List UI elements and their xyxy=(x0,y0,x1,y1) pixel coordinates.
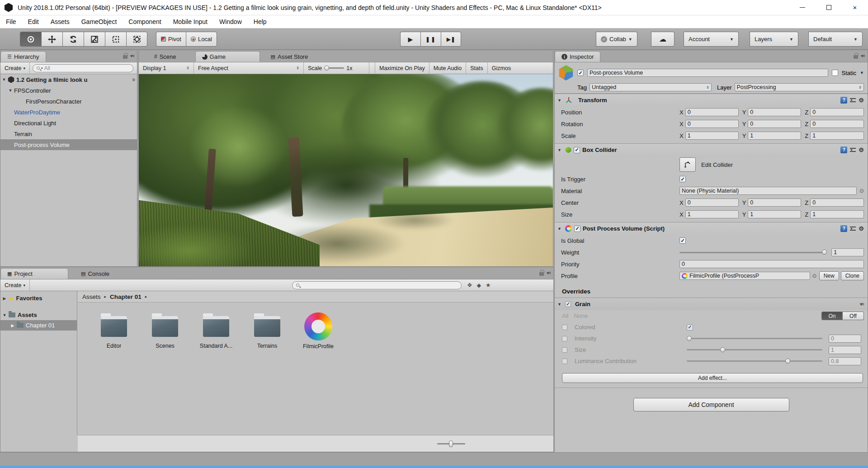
gear-icon[interactable]: ⚙ xyxy=(859,147,864,153)
size-z-field[interactable]: 1 xyxy=(810,210,864,218)
foldout-icon[interactable]: ▼ xyxy=(557,302,563,307)
layer-dropdown[interactable]: PostProcessing⇕ xyxy=(735,83,864,91)
tab-inspector[interactable]: i Inspector xyxy=(555,51,600,62)
tab-console[interactable]: ▤Console xyxy=(75,268,116,279)
override-checkbox[interactable] xyxy=(562,347,567,353)
gear-icon[interactable]: ⚙ xyxy=(859,97,864,104)
tab-asset-store[interactable]: ▤Asset Store xyxy=(264,51,315,62)
weight-slider-track[interactable] xyxy=(679,252,826,253)
minimize-button[interactable] xyxy=(789,0,816,15)
rotation-x-field[interactable]: 0 xyxy=(685,120,739,128)
move-tool-button[interactable] xyxy=(41,32,62,47)
menu-help[interactable]: Help xyxy=(248,15,273,28)
scale-tool-button[interactable] xyxy=(84,32,105,47)
type-filter-icon[interactable]: ❖ xyxy=(467,282,472,288)
add-component-button[interactable]: Add Component xyxy=(633,398,789,411)
game-viewport[interactable] xyxy=(139,74,553,266)
foldout-icon[interactable]: ▼ xyxy=(557,98,563,103)
foldout-icon[interactable]: ▼ xyxy=(557,148,563,152)
weight-field[interactable]: 1 xyxy=(831,248,864,256)
post-process-volume-header[interactable]: ▼ Post Process Volume (Script) ?⚙ xyxy=(555,222,868,235)
panel-menu-icon[interactable]: ▾≡ xyxy=(861,53,865,58)
preset-icon[interactable] xyxy=(850,227,856,231)
grain-off-button[interactable]: Off xyxy=(843,312,864,320)
asset-item-scenes[interactable]: Scenes xyxy=(142,316,189,350)
luminance-slider-track[interactable] xyxy=(687,360,822,362)
grain-on-button[interactable]: On xyxy=(821,312,843,320)
thumbnail-size-slider[interactable] xyxy=(437,443,465,444)
panel-menu-icon[interactable]: ▾≡ xyxy=(860,302,864,307)
breadcrumb-assets[interactable]: Assets xyxy=(82,293,101,300)
box-collider-header[interactable]: ▼ Box Collider ?⚙ xyxy=(555,143,868,156)
menu-file[interactable]: File xyxy=(0,15,22,28)
collab-button[interactable]: ✓Collab▼ xyxy=(596,32,637,47)
lock-icon[interactable] xyxy=(539,272,544,276)
intensity-slider-track[interactable] xyxy=(687,338,822,339)
preset-icon[interactable] xyxy=(850,98,856,102)
tag-dropdown[interactable]: Untagged⇕ xyxy=(590,83,712,91)
tab-project[interactable]: ▦Project xyxy=(0,268,68,279)
scale-slider[interactable]: Scale 1x xyxy=(304,62,369,74)
menu-gameobject[interactable]: GameObject xyxy=(75,15,123,28)
weight-slider-thumb[interactable] xyxy=(822,250,827,255)
center-z-field[interactable]: 0 xyxy=(810,199,864,207)
scale-slider-thumb[interactable] xyxy=(324,66,329,71)
foldout-icon[interactable]: ▼ xyxy=(0,313,9,317)
transform-header[interactable]: ▼ Transform ?⚙ xyxy=(555,94,868,106)
hierarchy-item-directional-light[interactable]: Directional Light xyxy=(0,118,137,128)
grain-enabled-checkbox[interactable] xyxy=(565,301,571,307)
hierarchy-item-waterprodaytime[interactable]: WaterProDaytime xyxy=(0,107,137,118)
stats-toggle[interactable]: Stats xyxy=(466,62,488,74)
asset-item-terrains[interactable]: Terrains xyxy=(244,316,291,350)
grain-all-button[interactable]: All xyxy=(562,312,568,319)
add-effect-button[interactable]: Add effect... xyxy=(562,373,863,383)
hierarchy-item-scene[interactable]: ▼ 1.2 Getting a filmic look u ≡ xyxy=(0,74,137,85)
size-field[interactable]: 1 xyxy=(829,346,861,354)
foldout-icon[interactable]: ▼ xyxy=(0,77,8,82)
center-y-field[interactable]: 0 xyxy=(748,199,801,207)
help-icon[interactable]: ? xyxy=(840,147,847,153)
size-x-field[interactable]: 1 xyxy=(685,210,739,218)
display-dropdown[interactable]: Display 1⇕ xyxy=(139,62,194,74)
step-button[interactable]: ▶❚ xyxy=(441,32,461,47)
foldout-icon[interactable]: ▼ xyxy=(557,227,563,231)
lock-icon[interactable] xyxy=(854,55,858,59)
tab-hierarchy[interactable]: ☰Hierarchy xyxy=(0,51,46,62)
asset-item-filmicprofile[interactable]: FilmicProfile xyxy=(295,316,342,350)
position-z-field[interactable]: 0 xyxy=(810,108,864,116)
aspect-dropdown[interactable]: Free Aspect⇕ xyxy=(194,62,304,74)
foldout-icon[interactable]: ▶ xyxy=(9,323,17,328)
maximize-on-play-toggle[interactable]: Maximize On Play xyxy=(375,62,429,74)
hierarchy-item-firstpersoncharacter[interactable]: FirstPersonCharacter xyxy=(0,96,137,107)
project-search-input[interactable] xyxy=(292,281,462,289)
foldout-icon[interactable]: ▶ xyxy=(0,296,9,301)
size-slider-thumb[interactable] xyxy=(720,347,725,352)
play-button[interactable]: ▶ xyxy=(400,32,420,47)
colored-value-checkbox[interactable] xyxy=(687,324,693,331)
asset-item-standard-assets[interactable]: Standard A... xyxy=(193,316,240,350)
preset-icon[interactable] xyxy=(850,148,856,152)
is-trigger-checkbox[interactable] xyxy=(679,176,686,182)
layers-dropdown[interactable]: Layers▼ xyxy=(750,32,798,47)
luminance-slider-thumb[interactable] xyxy=(785,359,790,364)
account-dropdown[interactable]: Account▼ xyxy=(684,32,739,47)
gameobject-name-field[interactable]: Post-process Volume xyxy=(587,69,828,77)
material-object-field[interactable]: None (Physic Material) xyxy=(679,187,857,195)
menu-edit[interactable]: Edit xyxy=(22,15,45,28)
profile-object-field[interactable]: FilmicProfile (PostProcessP xyxy=(679,272,810,280)
position-x-field[interactable]: 0 xyxy=(685,108,739,116)
profile-new-button[interactable]: New xyxy=(819,271,839,280)
hierarchy-item-post-process-volume[interactable]: Post-process Volume xyxy=(0,139,137,150)
pause-button[interactable]: ❚❚ xyxy=(420,32,441,47)
local-toggle[interactable]: Local xyxy=(186,32,217,47)
breadcrumb-chapter[interactable]: Chapter 01 xyxy=(110,293,142,300)
gizmos-dropdown[interactable]: Gizmos xyxy=(488,62,515,74)
menu-component[interactable]: Component xyxy=(123,15,167,28)
thumbnail-size-thumb[interactable] xyxy=(449,440,453,447)
hierarchy-search-input[interactable]: ▾ All xyxy=(33,64,133,72)
tab-game[interactable]: Game xyxy=(195,51,260,62)
hierarchy-item-terrain[interactable]: Terrain xyxy=(0,128,137,139)
favorite-search-icon[interactable]: ★ xyxy=(486,282,491,288)
active-checkbox[interactable] xyxy=(577,70,584,76)
project-create-button[interactable]: Create▾ xyxy=(0,279,30,291)
